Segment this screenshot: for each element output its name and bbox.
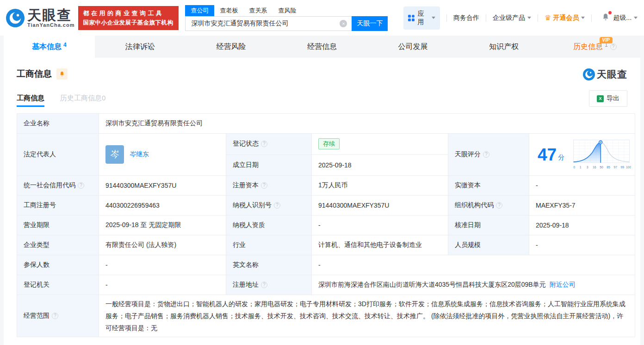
section-title: 工商信息 <box>17 68 52 80</box>
export-button[interactable]: X 导出 <box>589 90 627 107</box>
banner-line2: 国家中小企业发展子基金旗下机构 <box>83 19 174 27</box>
svg-text:97: 97 <box>614 166 618 169</box>
subtab-history-business-info[interactable]: 历史工商信息0 <box>60 94 105 107</box>
credit-code-label: 统一社会信用代码? <box>17 176 99 196</box>
tab-intellectual-property[interactable]: 知识产权 <box>458 36 550 58</box>
staff-size-label: 人员规模 <box>448 235 529 255</box>
banner-line1: 都在用的商业查询工具 <box>83 9 174 18</box>
tab-label: 基本信息 <box>32 42 62 52</box>
export-label: 导出 <box>607 94 619 103</box>
divider <box>486 14 486 22</box>
svg-text:3: 3 <box>587 166 588 169</box>
tab-label: 法律诉讼 <box>125 42 155 52</box>
reg-number-value: 440300226959463 <box>99 196 226 216</box>
svg-text:99: 99 <box>621 166 625 169</box>
nav-super-vip[interactable]: 超级... <box>613 14 638 22</box>
subtab-label: 工商信息 <box>17 94 44 102</box>
nav-business-cooperation[interactable]: 商务合作 <box>453 14 479 22</box>
staff-size-value: - <box>529 235 635 255</box>
nearby-companies-link[interactable]: 附近公司 <box>550 281 576 288</box>
svg-text:50: 50 <box>600 166 603 169</box>
tab-legal-litigation[interactable]: 法律诉讼 <box>95 36 186 58</box>
search-tabs: 查公司 查老板 查关系 查风险 <box>185 5 388 16</box>
taxpayer-id-label: 纳税人识别号? <box>226 196 312 216</box>
org-code-value: MAEXFY35-7 <box>529 196 635 216</box>
tab-operation-risk[interactable]: 经营风险 <box>186 36 277 58</box>
legal-rep-link[interactable]: 岑继东 <box>130 150 149 159</box>
tab-company-development[interactable]: 公司发展 <box>367 36 458 58</box>
table-row: 工商注册号 440300226959463 纳税人识别号? 91440300MA… <box>17 196 635 216</box>
table-row: 企业名称 深圳市安克汇通贸易有限责任公司 <box>17 114 635 134</box>
help-icon[interactable]: ? <box>78 182 84 189</box>
subtab-count: 0 <box>102 94 105 102</box>
chevron-down-icon <box>432 17 435 19</box>
excel-icon: X <box>597 95 604 102</box>
score-distribution-chart: 0 1 3 16 50 85 97 99 100 <box>572 136 631 173</box>
search-input[interactable] <box>185 16 352 31</box>
help-icon[interactable]: ? <box>483 151 489 158</box>
subtab-business-info[interactable]: 工商信息 <box>17 94 44 107</box>
super-vip-label: 超级... <box>613 14 632 22</box>
help-icon[interactable]: ? <box>52 313 58 319</box>
taxpayer-quals-label: 纳税人资质 <box>226 216 312 235</box>
english-name-label: 英文名称 <box>226 255 312 275</box>
insured-count-value: - <box>99 255 226 275</box>
clear-search-icon[interactable]: × <box>340 20 347 27</box>
help-icon[interactable]: ? <box>261 141 267 147</box>
approval-date-value: 2025-09-18 <box>529 216 635 235</box>
search-tab-company[interactable]: 查公司 <box>185 5 214 16</box>
tab-basic-info[interactable]: 基本信息 4 <box>4 36 95 58</box>
help-icon[interactable]: ? <box>261 182 267 189</box>
apps-grid-icon <box>408 15 415 21</box>
tab-count: 4 <box>63 42 67 48</box>
est-date-value: 2025-09-18 <box>312 154 448 176</box>
help-icon[interactable]: ? <box>610 43 617 50</box>
tab-operation-info[interactable]: 经营信息 <box>277 36 368 58</box>
search-button[interactable]: 天眼一下 <box>352 16 388 31</box>
score-label: 天眼评分? <box>448 134 529 176</box>
org-code-label: 组织机构代码? <box>448 196 529 216</box>
nav-enterprise-products[interactable]: 企业级产品 <box>493 14 531 22</box>
company-detail-tabs: 基本信息 4 法律诉讼 经营风险 经营信息 公司发展 知识产权 VIP 历史信息… <box>4 36 640 58</box>
apps-menu[interactable]: 应用 <box>403 6 440 30</box>
header-nav: 应用 商务合作 企业级产品 ♛ 开通会员 超级... <box>403 6 638 30</box>
table-row: 统一社会信用代码? 91440300MAEXFY357U 注册资本? 1万人民币… <box>17 176 635 196</box>
help-icon[interactable]: ? <box>261 282 267 288</box>
svg-text:1: 1 <box>580 166 582 169</box>
nav-open-membership[interactable]: ♛ 开通会员 <box>545 13 585 22</box>
status-badge: 存续 <box>318 138 340 149</box>
table-row: 企业类型 有限责任公司 (法人独资) 行业 计算机、通信和其他电子设备制造业 人… <box>17 235 635 255</box>
approval-date-label: 核准日期 <box>448 216 529 235</box>
reg-authority-value: - <box>99 275 226 295</box>
search-tab-relation[interactable]: 查关系 <box>243 5 272 16</box>
reg-authority-label: 登记机关 <box>17 275 99 295</box>
help-icon[interactable]: ? <box>496 202 502 209</box>
paid-capital-label: 实缴资本 <box>448 176 529 196</box>
svg-text:16: 16 <box>593 166 596 169</box>
credit-code-value: 91440300MAEXFY357U <box>99 176 226 196</box>
industry-value: 计算机、通信和其他电子设备制造业 <box>312 235 448 255</box>
tab-label: 公司发展 <box>398 42 428 52</box>
tianyancha-logo[interactable]: 天眼查 TianYanCha.com <box>6 8 74 28</box>
apps-label: 应用 <box>417 10 429 26</box>
english-name-value: - <box>312 255 635 275</box>
notification-dot <box>608 11 612 14</box>
tab-label: 经营风险 <box>216 42 246 52</box>
biz-term-value: 2025-09-18 至 无固定期限 <box>99 216 226 235</box>
notification-bell-icon[interactable] <box>601 12 610 23</box>
legal-rep-avatar[interactable]: 岑 <box>105 145 124 164</box>
est-date-label: 成立日期 <box>226 154 312 176</box>
tab-label: 知识产权 <box>489 42 519 52</box>
score-value: 47 <box>538 146 557 163</box>
svg-text:85: 85 <box>607 166 610 169</box>
tab-label: 经营信息 <box>307 42 337 52</box>
header: 天眼查 TianYanCha.com 都在用的商业查询工具 国家中小企业发展子基… <box>0 0 644 36</box>
help-icon[interactable]: ? <box>274 202 280 209</box>
business-info-table: 企业名称 深圳市安克汇通贸易有限责任公司 法定代表人 岑 岑继东 登记状态? 存… <box>17 113 635 337</box>
search-tab-risk[interactable]: 查风险 <box>272 5 302 16</box>
subscribe-bell-icon[interactable] <box>56 68 68 80</box>
divider <box>591 14 592 22</box>
tab-history-info[interactable]: VIP 历史信息 1 ? <box>549 36 640 58</box>
search-tab-boss[interactable]: 查老板 <box>214 5 243 16</box>
search-block: 查公司 查老板 查关系 查风险 × 天眼一下 <box>185 5 388 31</box>
